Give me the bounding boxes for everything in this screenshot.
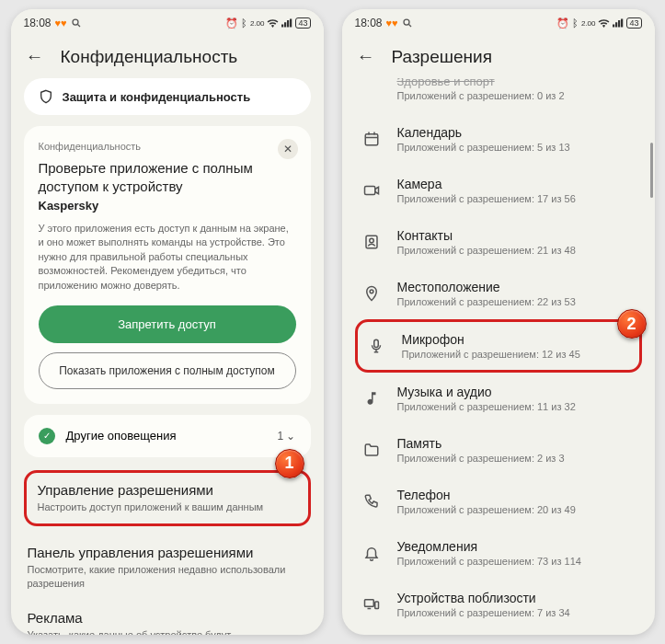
permission-sub: Приложений с разрешением: 17 из 56 — [397, 193, 635, 204]
phone-screen-privacy: 18:08 ♥♥ ⏰ ᛒ 2.00 43 ← Конфиденциальност… — [11, 9, 324, 635]
battery-icon: 43 — [626, 17, 641, 29]
mic-icon — [367, 337, 385, 355]
back-arrow-icon[interactable]: ← — [357, 46, 375, 67]
permissions-list: Здоровье и спортПриложений с разрешением… — [342, 78, 655, 635]
bell-icon — [362, 544, 381, 562]
permission-sub: Приложений с разрешением: 20 из 49 — [397, 504, 635, 515]
permission-row-camera[interactable]: КамераПриложений с разрешением: 17 из 56 — [342, 165, 655, 216]
annotation-badge-2: 2 — [617, 309, 647, 339]
permission-row-devices[interactable]: Устройства поблизостиПриложений с разреш… — [342, 579, 655, 630]
close-icon[interactable]: ✕ — [278, 139, 298, 159]
svg-rect-9 — [615, 22, 617, 27]
permission-row-bell[interactable]: УведомленияПриложений с разрешением: 73 … — [342, 527, 655, 579]
permission-title: Музыка и аудио — [397, 385, 635, 399]
permission-row-mic[interactable]: МикрофонПриложений с разрешением: 12 из … — [358, 322, 639, 370]
status-bar: 18:08 ♥♥ ⏰ ᛒ 2.00 43 — [342, 9, 655, 37]
svg-point-0 — [73, 19, 78, 25]
other-notifications-row[interactable]: ✓ Другие оповещения 1 ⌄ — [24, 415, 311, 457]
permission-sub: Приложений с разрешением: 22 из 53 — [397, 296, 635, 307]
svg-rect-20 — [373, 339, 378, 347]
alarm-icon: ⏰ — [225, 17, 238, 29]
status-time: 18:08 — [355, 17, 383, 29]
permissions-panel-section[interactable]: Панель управления разрешениями Посмотрит… — [24, 534, 311, 600]
contacts-icon — [362, 233, 381, 251]
check-icon: ✓ — [39, 428, 55, 444]
calendar-icon — [362, 130, 381, 148]
notif-label: Другие оповещения — [66, 429, 267, 443]
net-speed: 2.00 — [581, 19, 596, 28]
svg-rect-3 — [284, 22, 286, 27]
svg-rect-8 — [613, 25, 614, 28]
camera-icon — [362, 181, 381, 200]
svg-point-18 — [369, 238, 373, 243]
card-title: Проверьте приложение с полным доступом к… — [39, 159, 296, 195]
permission-row-music[interactable]: Музыка и аудиоПриложений с разрешением: … — [342, 373, 655, 424]
ads-title: Реклама — [28, 610, 307, 626]
svg-line-7 — [408, 25, 411, 28]
wifi-icon — [267, 18, 279, 28]
scrollbar[interactable] — [650, 143, 653, 198]
svg-rect-22 — [374, 602, 378, 609]
manage-permissions-highlight: 1 Управление разрешениями Настроить дост… — [24, 470, 311, 526]
search-icon — [402, 17, 413, 29]
manage-permissions-sub: Настроить доступ приложений к вашим данн… — [38, 500, 297, 514]
shield-icon — [39, 89, 53, 104]
signal-icon — [281, 18, 292, 28]
bluetooth-icon: ᛒ — [241, 17, 247, 29]
back-arrow-icon[interactable]: ← — [26, 46, 44, 67]
status-bar: 18:08 ♥♥ ⏰ ᛒ 2.00 43 — [11, 9, 324, 37]
svg-rect-5 — [290, 19, 292, 28]
permission-row-location[interactable]: МестоположениеПриложений с разрешением: … — [342, 268, 655, 319]
permission-title: Здоровье и спорт — [397, 78, 635, 88]
devices-icon — [362, 595, 381, 614]
card-app-name: Kaspersky — [39, 199, 296, 213]
svg-point-19 — [370, 290, 373, 293]
search-icon — [71, 17, 82, 29]
permission-sub: Приложений с разрешением: 5 из 13 — [397, 142, 635, 153]
permission-row-calendar[interactable]: КалендарьПриложений с разрешением: 5 из … — [342, 113, 655, 165]
header: ← Разрешения — [342, 37, 655, 78]
battery-icon: 43 — [295, 17, 310, 29]
permission-sub: Приложений с разрешением: 73 из 114 — [397, 556, 635, 567]
show-apps-button[interactable]: Показать приложения с полным доступом — [39, 352, 296, 389]
permission-title: Уведомления — [397, 539, 635, 554]
music-icon — [362, 389, 381, 408]
svg-line-1 — [77, 25, 80, 28]
svg-rect-10 — [618, 20, 620, 28]
panel-title: Панель управления разрешениями — [28, 545, 307, 560]
permission-sub: Приложений с разрешением: 11 из 32 — [397, 401, 635, 412]
page-title: Разрешения — [392, 47, 492, 67]
permission-row-contacts[interactable]: КонтактыПриложений с разрешением: 21 из … — [342, 216, 655, 268]
permission-row-run[interactable]: Физическая активностьПриложений с разреш… — [342, 630, 655, 635]
folder-icon — [362, 441, 381, 459]
wifi-icon — [598, 18, 610, 28]
status-time: 18:08 — [24, 17, 52, 29]
card-category: Конфиденциальность — [39, 141, 296, 152]
card-description: У этого приложения есть доступ к данным … — [39, 222, 296, 293]
svg-rect-21 — [364, 600, 373, 607]
permission-sub: Приложений с разрешением: 7 из 34 — [397, 607, 635, 618]
permission-row-folder[interactable]: ПамятьПриложений с разрешением: 2 из 3 — [342, 424, 655, 476]
ads-section[interactable]: Реклама Указать, какие данные об устройс… — [24, 599, 311, 635]
permission-sub: Приложений с разрешением: 12 из 45 — [402, 349, 630, 360]
svg-rect-16 — [364, 187, 374, 195]
protection-pill[interactable]: Защита и конфиденциальность — [24, 78, 311, 115]
permission-row-heart[interactable]: Здоровье и спортПриложений с разрешением… — [342, 78, 655, 113]
annotation-badge-1: 1 — [275, 449, 304, 478]
privacy-card: Конфиденциальность ✕ Проверьте приложени… — [24, 126, 311, 404]
manage-permissions-title[interactable]: Управление разрешениями — [38, 482, 297, 498]
permission-title: Камера — [397, 177, 635, 191]
alarm-icon: ⏰ — [556, 17, 569, 29]
phone-icon — [362, 492, 381, 511]
bluetooth-icon: ᛒ — [572, 17, 579, 29]
net-speed: 2.00 — [250, 19, 265, 28]
permission-sub: Приложений с разрешением: 2 из 3 — [397, 453, 635, 464]
svg-rect-12 — [365, 134, 378, 145]
permission-sub: Приложений с разрешением: 0 из 2 — [397, 90, 635, 101]
permission-sub: Приложений с разрешением: 21 из 48 — [397, 245, 635, 256]
block-access-button[interactable]: Запретить доступ — [39, 305, 296, 343]
permission-title: Контакты — [397, 228, 635, 243]
permission-row-phone[interactable]: ТелефонПриложений с разрешением: 20 из 4… — [342, 476, 655, 527]
microphone-highlight: 2МикрофонПриложений с разрешением: 12 из… — [355, 319, 642, 373]
permission-title: Память — [397, 436, 635, 451]
